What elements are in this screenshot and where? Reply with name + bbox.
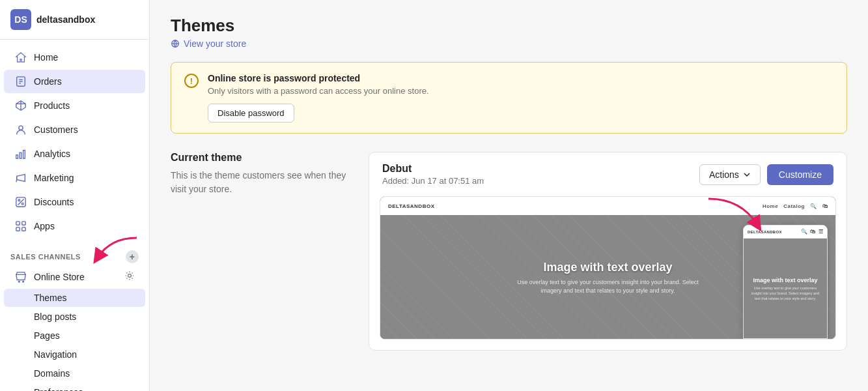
sidebar-label-customers: Customers xyxy=(34,124,78,135)
theme-info: Debut Added: Jun 17 at 07:51 am xyxy=(382,163,484,186)
theme-name: Debut xyxy=(382,163,484,175)
svg-rect-17 xyxy=(16,227,20,231)
current-theme-info: Current theme This is the theme customer… xyxy=(171,152,353,196)
customize-button[interactable]: Customize xyxy=(767,164,833,185)
discounts-icon xyxy=(14,195,27,209)
orders-icon xyxy=(14,75,27,88)
svg-rect-16 xyxy=(22,222,25,225)
theme-preview: DELTASANDBOX Home Catalog 🔍 🛍 Image with… xyxy=(380,196,836,340)
apps-icon xyxy=(14,220,27,233)
sales-channels-header: Sales Channels + xyxy=(0,244,149,266)
theme-actions: Actions Customize xyxy=(699,164,833,185)
sidebar-label-discounts: Discounts xyxy=(34,197,74,207)
sidebar-label-orders: Orders xyxy=(34,76,62,87)
sidebar-item-preferences[interactable]: Preferences xyxy=(4,383,145,391)
customers-icon xyxy=(14,123,27,136)
online-store-label: Online Store xyxy=(34,272,85,282)
svg-point-19 xyxy=(18,281,20,282)
svg-point-7 xyxy=(19,126,23,130)
banner-title: Online store is password protected xyxy=(208,73,833,83)
disable-password-button[interactable]: Disable password xyxy=(208,104,294,123)
sidebar-label-marketing: Marketing xyxy=(34,173,74,183)
sidebar-item-orders[interactable]: Orders xyxy=(4,70,145,93)
page-title: Themes xyxy=(171,16,847,36)
sidebar-item-discounts[interactable]: Discounts xyxy=(4,190,145,214)
preview-search-icon: 🔍 xyxy=(810,203,817,209)
view-store-link[interactable]: View your store xyxy=(171,38,847,49)
mobile-hero: Image with text overlay Use overlay text… xyxy=(744,239,827,339)
mobile-topbar: DELTASANDBOX 🔍🛍☰ xyxy=(744,225,827,239)
svg-point-21 xyxy=(128,274,132,278)
svg-point-20 xyxy=(23,281,24,282)
sidebar-item-home[interactable]: Home xyxy=(4,46,145,69)
svg-rect-18 xyxy=(22,227,25,231)
analytics-icon xyxy=(14,147,27,160)
mobile-store-name: DELTASANDBOX xyxy=(748,230,782,234)
preview-nav-catalog: Catalog xyxy=(783,203,805,209)
current-theme-title: Current theme xyxy=(171,152,353,164)
sidebar-label-home: Home xyxy=(34,52,58,63)
sidebar-item-products[interactable]: Products xyxy=(4,94,145,117)
online-store-left: Online Store xyxy=(14,270,85,283)
svg-line-13 xyxy=(18,199,24,205)
sidebar-item-themes[interactable]: Themes xyxy=(4,289,145,307)
sidebar-label-products: Products xyxy=(34,100,70,111)
preview-nav: Home Catalog 🔍 🛍 xyxy=(763,203,828,209)
svg-point-11 xyxy=(18,199,20,201)
svg-rect-8 xyxy=(16,155,18,158)
theme-card-header: Debut Added: Jun 17 at 07:51 am Actions … xyxy=(369,152,847,196)
store-logo[interactable]: DS deltasandbox xyxy=(0,0,149,40)
sidebar: DS deltasandbox Home Orders Products xyxy=(0,0,150,391)
mobile-overlay-title: Image with text overlay xyxy=(753,277,817,284)
preview-mobile: DELTASANDBOX 🔍🛍☰ Image with text overlay… xyxy=(743,225,828,339)
add-sales-channel-button[interactable]: + xyxy=(126,250,139,263)
preview-store-name: DELTASANDBOX xyxy=(388,203,434,209)
preview-overlay-title: Image with text overlay xyxy=(543,261,672,275)
theme-added: Added: Jun 17 at 07:51 am xyxy=(382,176,484,186)
online-store-icon xyxy=(14,270,27,283)
preview-topbar: DELTASANDBOX Home Catalog 🔍 🛍 xyxy=(380,197,835,215)
banner-description: Only visitors with a password can access… xyxy=(208,86,833,96)
mobile-topbar-icons: 🔍🛍☰ xyxy=(801,229,823,235)
mobile-overlay-subtitle: Use overlay text to give your customers … xyxy=(749,286,822,301)
preview-cart-icon: 🛍 xyxy=(822,203,828,209)
sidebar-item-online-store[interactable]: Online Store xyxy=(4,267,145,287)
preview-nav-home: Home xyxy=(763,203,778,209)
store-name: deltasandbox xyxy=(36,14,95,25)
sidebar-item-analytics[interactable]: Analytics xyxy=(4,142,145,166)
sidebar-item-navigation[interactable]: Navigation xyxy=(4,345,145,364)
warning-icon: ! xyxy=(184,74,199,88)
actions-button[interactable]: Actions xyxy=(699,164,761,185)
sub-nav: Themes Blog posts Pages Navigation Domai… xyxy=(0,288,149,391)
view-store-label: View your store xyxy=(184,38,246,49)
themes-section: Current theme This is the theme customer… xyxy=(171,152,847,351)
store-avatar: DS xyxy=(10,9,31,30)
sidebar-label-apps: Apps xyxy=(34,221,55,231)
marketing-icon xyxy=(14,171,27,184)
preview-overlay-subtitle: Use overlay text to give your customers … xyxy=(517,278,699,295)
svg-rect-9 xyxy=(20,152,21,158)
online-store-settings-icon[interactable] xyxy=(124,270,135,283)
sales-channels-label: Sales Channels xyxy=(10,253,81,261)
home-icon xyxy=(14,51,27,64)
sidebar-item-marketing[interactable]: Marketing xyxy=(4,166,145,190)
sidebar-item-domains[interactable]: Domains xyxy=(4,364,145,383)
svg-rect-10 xyxy=(23,151,25,159)
sidebar-item-pages[interactable]: Pages xyxy=(4,326,145,345)
products-icon xyxy=(14,99,27,112)
main-content: Themes View your store ! Online store is… xyxy=(150,0,868,391)
current-theme-description: This is the theme customers see when the… xyxy=(171,169,353,196)
sidebar-item-customers[interactable]: Customers xyxy=(4,118,145,141)
sidebar-item-apps[interactable]: Apps xyxy=(4,214,145,238)
main-nav: Home Orders Products Customers Analytics xyxy=(0,40,149,244)
svg-rect-15 xyxy=(16,222,20,225)
svg-point-12 xyxy=(21,203,23,205)
theme-card: Debut Added: Jun 17 at 07:51 am Actions … xyxy=(369,152,847,351)
sidebar-label-analytics: Analytics xyxy=(34,149,70,159)
password-banner: ! Online store is password protected Onl… xyxy=(171,62,847,134)
banner-content: Online store is password protected Only … xyxy=(208,73,833,123)
sidebar-item-blog-posts[interactable]: Blog posts xyxy=(4,308,145,326)
